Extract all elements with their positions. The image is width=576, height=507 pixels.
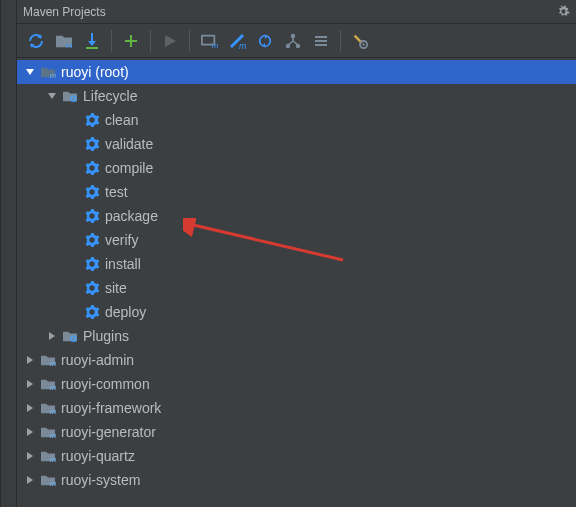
toggle-skip-tests-button[interactable]: m — [224, 28, 250, 54]
sync-button[interactable] — [252, 28, 278, 54]
svg-text:m: m — [66, 41, 73, 49]
gear-icon — [83, 279, 101, 297]
module-node-ruoyi-system[interactable]: mruoyi-system — [17, 468, 576, 492]
node-label: package — [105, 208, 158, 224]
download-button[interactable] — [79, 28, 105, 54]
svg-text:m: m — [50, 383, 56, 391]
gear-icon — [83, 255, 101, 273]
panel-gear-icon[interactable] — [557, 5, 570, 18]
svg-text:m: m — [212, 41, 218, 49]
run-button[interactable] — [157, 28, 183, 54]
svg-text:m: m — [50, 71, 56, 79]
folder-gear-icon — [61, 87, 79, 105]
gear-icon — [83, 207, 101, 225]
maven-tree: m ruoyi (root) Lifecycle cleanvalidateco… — [17, 58, 576, 492]
node-label: ruoyi-admin — [61, 352, 134, 368]
node-label: ruoyi (root) — [61, 64, 129, 80]
lifecycle-goal-compile[interactable]: compile — [17, 156, 576, 180]
refresh-button[interactable] — [23, 28, 49, 54]
maven-module-icon: m — [39, 447, 57, 465]
node-label: ruoyi-common — [61, 376, 150, 392]
gear-icon — [83, 159, 101, 177]
chevron-right-icon — [23, 449, 37, 463]
node-label: validate — [105, 136, 153, 152]
chevron-down-icon — [45, 89, 59, 103]
lifecycle-goal-verify[interactable]: verify — [17, 228, 576, 252]
add-button[interactable] — [118, 28, 144, 54]
gear-icon — [83, 183, 101, 201]
svg-point-14 — [362, 43, 364, 45]
panel-title: Maven Projects — [23, 0, 106, 24]
maven-module-icon: m — [39, 399, 57, 417]
lifecycle-goal-site[interactable]: site — [17, 276, 576, 300]
node-label: clean — [105, 112, 138, 128]
chevron-down-icon — [23, 65, 37, 79]
node-label: Lifecycle — [83, 88, 137, 104]
maven-module-icon: m — [39, 63, 57, 81]
node-label: compile — [105, 160, 153, 176]
node-label: test — [105, 184, 128, 200]
lifecycle-goal-deploy[interactable]: deploy — [17, 300, 576, 324]
node-label: ruoyi-generator — [61, 424, 156, 440]
execute-goal-button[interactable]: m — [196, 28, 222, 54]
toolbar: m m m — [1, 24, 576, 58]
node-label: verify — [105, 232, 138, 248]
node-label: ruoyi-quartz — [61, 448, 135, 464]
chevron-right-icon — [23, 353, 37, 367]
generate-sources-button[interactable]: m — [51, 28, 77, 54]
svg-text:m: m — [50, 479, 56, 487]
lifecycle-goal-package[interactable]: package — [17, 204, 576, 228]
svg-point-17 — [73, 98, 75, 100]
gear-icon — [83, 135, 101, 153]
node-label: site — [105, 280, 127, 296]
gear-icon — [83, 231, 101, 249]
gear-icon — [83, 303, 101, 321]
module-node-ruoyi-framework[interactable]: mruoyi-framework — [17, 396, 576, 420]
lifecycle-node[interactable]: Lifecycle — [17, 84, 576, 108]
svg-text:m: m — [239, 41, 246, 50]
lifecycle-goal-test[interactable]: test — [17, 180, 576, 204]
svg-text:m: m — [50, 455, 56, 463]
lifecycle-goal-validate[interactable]: validate — [17, 132, 576, 156]
maven-module-icon: m — [39, 375, 57, 393]
svg-point-19 — [73, 338, 75, 340]
panel-title-bar: Maven Projects — [1, 0, 576, 24]
node-label: deploy — [105, 304, 146, 320]
lifecycle-goal-clean[interactable]: clean — [17, 108, 576, 132]
node-label: Plugins — [83, 328, 129, 344]
maven-module-icon: m — [39, 423, 57, 441]
maven-settings-button[interactable] — [347, 28, 373, 54]
project-root-node[interactable]: m ruoyi (root) — [17, 60, 576, 84]
chevron-right-icon — [23, 401, 37, 415]
node-label: ruoyi-framework — [61, 400, 161, 416]
chevron-right-icon — [23, 377, 37, 391]
svg-text:m: m — [50, 359, 56, 367]
module-node-ruoyi-admin[interactable]: mruoyi-admin — [17, 348, 576, 372]
svg-rect-11 — [315, 40, 327, 42]
svg-text:m: m — [50, 407, 56, 415]
collapse-all-button[interactable] — [308, 28, 334, 54]
chevron-right-icon — [23, 473, 37, 487]
svg-rect-1 — [86, 47, 98, 49]
plugins-node[interactable]: Plugins — [17, 324, 576, 348]
maven-module-icon: m — [39, 471, 57, 489]
folder-gear-icon — [61, 327, 79, 345]
lifecycle-goal-install[interactable]: install — [17, 252, 576, 276]
chevron-right-icon — [23, 425, 37, 439]
svg-rect-12 — [315, 44, 327, 46]
module-node-ruoyi-quartz[interactable]: mruoyi-quartz — [17, 444, 576, 468]
node-label: install — [105, 256, 141, 272]
module-node-ruoyi-generator[interactable]: mruoyi-generator — [17, 420, 576, 444]
gear-icon — [83, 111, 101, 129]
svg-rect-10 — [315, 36, 327, 38]
svg-text:m: m — [50, 431, 56, 439]
node-label: ruoyi-system — [61, 472, 140, 488]
show-dependencies-button[interactable] — [280, 28, 306, 54]
module-node-ruoyi-common[interactable]: mruoyi-common — [17, 372, 576, 396]
maven-module-icon: m — [39, 351, 57, 369]
chevron-right-icon — [45, 329, 59, 343]
svg-point-7 — [291, 33, 295, 37]
